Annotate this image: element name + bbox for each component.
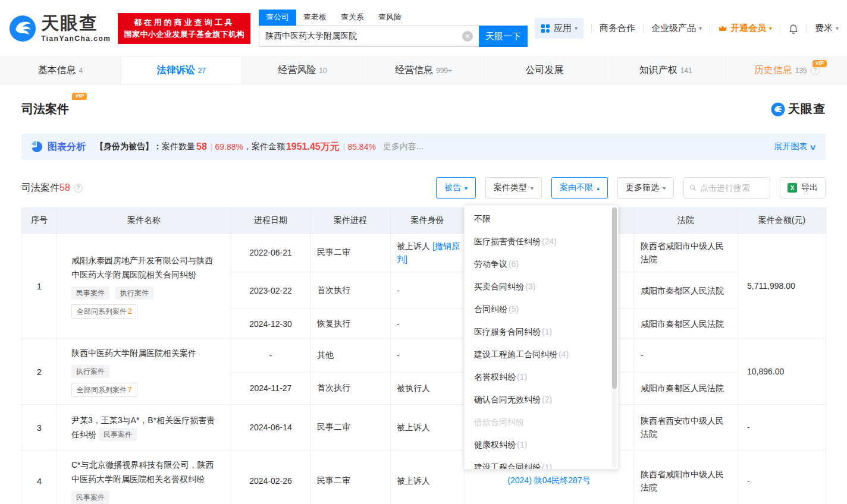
case-badge: 执行案件 (71, 365, 109, 378)
dropdown-item-11[interactable]: 建设工程合同纠纷(1) (465, 456, 618, 470)
dropdown-item-7[interactable]: 名誉权纠纷(1) (465, 366, 618, 388)
apps-menu[interactable]: 应用 ▾ (535, 18, 584, 39)
series-count: 7 (128, 386, 132, 394)
search-area: 查公司查老板查关系查风险 ✕ 天眼一下 (259, 10, 528, 47)
court-cell: 咸阳市秦都区人民法院 (634, 372, 738, 404)
dropdown-item-8[interactable]: 确认合同无效纠纷(2) (465, 388, 618, 411)
defendant-filter-button[interactable]: 被告 ▾ (436, 177, 476, 199)
series-cases-badge[interactable]: 全部同系列案件7 (71, 383, 137, 397)
dropdown-item-1[interactable]: 医疗损害责任纠纷(24) (465, 230, 618, 253)
promo-line1: 都在用的商业查询工具 (124, 17, 244, 29)
identity-cell: 被上诉人 (391, 405, 465, 451)
logo-text: 天眼查 TianYanCha.com (41, 14, 111, 43)
process-date-cell: 2024-06-14 (231, 405, 310, 451)
tab-intellectual-property[interactable]: 知识产权141 (606, 57, 727, 84)
comma: ， (243, 141, 252, 152)
dropdown-item-0[interactable]: 不限 (465, 207, 618, 230)
dropdown-item-3[interactable]: 买卖合同纠纷(3) (465, 275, 618, 298)
caret-down-icon: ▾ (699, 25, 702, 32)
tab-label: 经营信息 (395, 64, 433, 77)
search-tab-1[interactable]: 查老板 (296, 10, 334, 26)
tab-count: 27 (198, 67, 206, 75)
export-button[interactable]: X 导出 (780, 177, 826, 199)
tab-count: 10 (319, 67, 327, 75)
filter-group: 被告 ▾ 案件类型 ▾ 案由不限 ▴ 更多筛选 ▾ X 导出 (436, 177, 826, 199)
case-name-link[interactable]: 尹某3，王某3与A*，B*相关医疗损害责任纠纷 (71, 415, 215, 439)
amount-cell: - (738, 451, 826, 504)
user-menu[interactable]: 费米 ▾ (815, 23, 839, 34)
caret-down-icon: ▾ (531, 185, 534, 191)
case-count-value: 58 (196, 141, 207, 152)
process-stage-cell: 民事二审 (310, 405, 391, 451)
caret-down-icon: ▾ (465, 185, 468, 191)
dropdown-scrollbar-thumb[interactable] (612, 207, 617, 389)
identity-cell: 被上诉人 [撤销原判] (391, 234, 465, 272)
dropdown-item-count: (24) (542, 237, 557, 246)
identity-cell: 被上诉人 (391, 451, 465, 504)
page-title: 司法案件 VIP (21, 101, 69, 117)
divider (591, 24, 592, 33)
case-number-link[interactable]: (2024) 陕04民终287号 (507, 475, 590, 485)
dropdown-item-5[interactable]: 医疗服务合同纠纷(1) (465, 320, 618, 343)
serial-cell: 4 (22, 451, 57, 504)
divider: | (211, 142, 213, 152)
tab-basic-info[interactable]: 基本信息4 (0, 57, 121, 84)
dropdown-item-count: (5) (509, 304, 519, 314)
watermark-logo-text: 天眼查 (788, 101, 826, 117)
search-tab-3[interactable]: 查风险 (371, 10, 409, 26)
tab-history-info[interactable]: 历史信息135?VIP (726, 57, 847, 84)
tianyancha-logo[interactable]: 天眼查 TianYanCha.com (9, 14, 111, 43)
tab-legal-litigation[interactable]: 法律诉讼27 (121, 57, 243, 84)
nav-business-coop[interactable]: 商务合作 (600, 23, 635, 34)
notification-bell-icon[interactable] (788, 23, 799, 34)
tab-count: 135 (795, 67, 807, 75)
apps-label: 应用 (554, 23, 572, 34)
chart-analysis-link[interactable]: 图表分析 (48, 141, 86, 153)
search-button[interactable]: 天眼一下 (479, 26, 528, 47)
more-content-link[interactable]: 更多内容... (383, 141, 424, 152)
dropdown-item-4[interactable]: 合同纠纷(5) (465, 298, 618, 320)
nav-enterprise-products[interactable]: 企业级产品 ▾ (651, 23, 702, 34)
case-name-link[interactable]: 咸阳永泰园房地产开发有限公司与陕西中医药大学附属医院相关合同纠纷 (71, 256, 213, 279)
clear-search-icon[interactable]: ✕ (462, 31, 473, 42)
tab-label: 经营风险 (278, 64, 316, 77)
tab-count: 999+ (436, 67, 452, 75)
company-search-input[interactable] (259, 26, 479, 47)
caret-down-icon: ▾ (663, 185, 666, 191)
series-badge-wrap: 全部同系列案件2 (71, 300, 217, 319)
expand-chart-link[interactable]: 展开图表 ∨ (774, 141, 816, 152)
dropdown-item-6[interactable]: 建设工程施工合同纠纷(4) (465, 343, 618, 366)
tab-operating-risk[interactable]: 经营风险10 (242, 57, 363, 84)
dropdown-item-10[interactable]: 健康权纠纷(1) (465, 433, 618, 456)
search-tab-0[interactable]: 查公司 (259, 10, 296, 26)
dropdown-item-label: 劳动争议 (474, 259, 507, 269)
case-type-filter-button[interactable]: 案件类型 ▾ (485, 177, 542, 199)
caret-down-icon: ▾ (836, 25, 839, 32)
serial-cell: 2 (22, 339, 57, 405)
crown-icon (718, 24, 727, 33)
dropdown-item-2[interactable]: 劳动争议(6) (465, 253, 618, 275)
dropdown-item-label: 合同纠纷 (474, 304, 507, 314)
process-stage-cell: 首次执行 (310, 272, 391, 309)
case-name-link[interactable]: C*与北京微播视界科技有限公司，陕西中医药大学附属医院相关名誉权纠纷 (71, 460, 214, 484)
cause-filter-button[interactable]: 案由不限 ▴ (551, 177, 608, 199)
amount-cell: 10,896.00 (738, 339, 826, 405)
table-search-input[interactable] (700, 183, 764, 193)
tab-company-development[interactable]: 公司发展 (484, 57, 606, 84)
series-cases-badge[interactable]: 全部同系列案件2 (71, 304, 137, 319)
case-name-cell: 尹某3，王某3与A*，B*相关医疗损害责任纠纷民事案件 (57, 405, 231, 451)
more-filters-button[interactable]: 更多筛选 ▾ (617, 177, 674, 199)
vip-badge: VIP (72, 93, 87, 100)
case-count-title: 司法案件58 (21, 182, 70, 194)
case-badge: 民事案件 (71, 491, 109, 504)
nav-open-vip[interactable]: 开通会员 ▾ (718, 23, 772, 34)
promo-banner[interactable]: 都在用的商业查询工具 国家中小企业发展子基金旗下机构 (118, 13, 250, 44)
search-tab-2[interactable]: 查关系 (334, 10, 371, 26)
dropdown-scrollbar-track (612, 207, 617, 467)
tab-business-info[interactable]: 经营信息999+ (363, 57, 485, 84)
case-name-link[interactable]: 陕西中医药大学附属医院相关案件 (71, 348, 196, 358)
table-search-box[interactable] (683, 177, 770, 199)
process-date-cell: 2024-12-30 (231, 309, 310, 339)
amount-cell: - (738, 405, 826, 451)
dropdown-item-label: 健康权纠纷 (474, 440, 516, 449)
